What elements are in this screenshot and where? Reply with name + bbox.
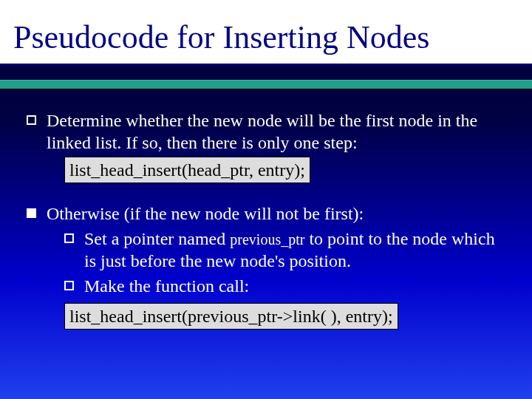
- bullet-text: Otherwise (if the new node will not be f…: [47, 204, 364, 223]
- square-bullet-filled-icon: [27, 208, 36, 218]
- bullet-item: Otherwise (if the new node will not be f…: [27, 202, 505, 330]
- sub-list: Set a pointer named previous_ptr to poin…: [47, 228, 505, 297]
- square-bullet-icon: [64, 233, 74, 243]
- sub-text-pre: Set a pointer named: [84, 229, 230, 248]
- square-bullet-icon: [64, 281, 74, 290]
- bullet-item: Determine whether the new node will be t…: [27, 109, 505, 183]
- sub-bullet-item: Make the function call:: [47, 275, 505, 297]
- code-box: list_head_insert(previous_ptr->link( ), …: [64, 303, 398, 330]
- slide-content: Determine whether the new node will be t…: [0, 89, 532, 330]
- slide-title: Pseudocode for Inserting Nodes: [0, 0, 532, 64]
- sub-bullet-item: Set a pointer named previous_ptr to poin…: [47, 228, 505, 272]
- bullet-text: Determine whether the new node will be t…: [47, 111, 477, 152]
- inline-code: previous_ptr: [230, 231, 304, 248]
- square-bullet-icon: [27, 115, 36, 125]
- sub-text-pre: Make the function call:: [84, 276, 249, 296]
- accent-bar: [0, 80, 532, 89]
- title-underline: [0, 64, 532, 66]
- code-box: list_head_insert(head_ptr, entry);: [64, 157, 310, 183]
